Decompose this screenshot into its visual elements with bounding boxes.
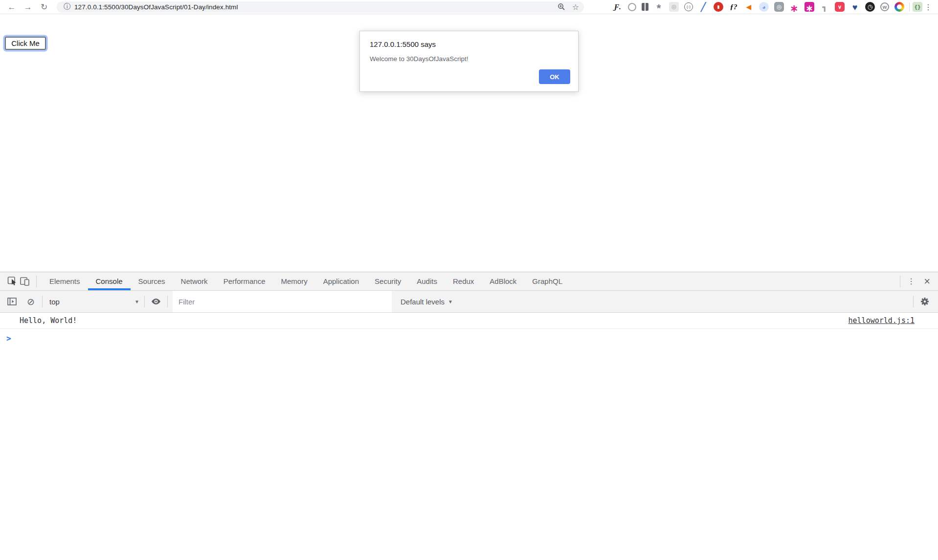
fontninja-extension-icon[interactable]: Ƒ. — [613, 2, 623, 12]
live-expression-eye-icon[interactable] — [150, 296, 162, 307]
fquestion-extension-icon[interactable]: ƒ? — [729, 2, 738, 12]
console-prompt-row[interactable]: > — [0, 329, 938, 343]
clock-extension-icon[interactable]: ◷ — [865, 2, 875, 12]
execution-context-label: top — [49, 298, 60, 306]
ring-extension-icon[interactable] — [628, 3, 636, 11]
tabbar-divider — [36, 276, 37, 287]
site-info-icon[interactable]: ⓘ — [64, 2, 70, 11]
chevron-down-icon: ▼ — [134, 299, 139, 304]
flower-extension-icon[interactable]: ∗ — [789, 2, 799, 12]
bookmark-star-icon[interactable]: ☆ — [572, 2, 579, 12]
extensions-row: Ƒ. * ⊛ (-) ╱ ▮ ƒ? ◀ ◕ ◎ ∗ ∗ ┓ ∨ ♥ ◷ w — [589, 2, 904, 12]
devtools-panel: Elements Console Sources Network Perform… — [0, 272, 938, 560]
console-log-row[interactable]: Hello, World! helloworld.js:1 — [0, 313, 938, 329]
tab-console[interactable]: Console — [88, 272, 131, 290]
color-wheel-extension-icon[interactable] — [894, 2, 904, 12]
gear-square-extension-icon[interactable]: ∗ — [804, 2, 814, 12]
address-bar[interactable]: ⓘ 127.0.0.1:5500/30DaysOfJavaScript/01-D… — [57, 1, 584, 13]
tabbar-right-divider — [900, 276, 900, 287]
pocket-extension-icon[interactable]: ∨ — [835, 2, 845, 12]
tab-audits[interactable]: Audits — [409, 272, 445, 290]
tab-adblock[interactable]: AdBlock — [482, 272, 524, 290]
camera-extension-icon[interactable]: ◎ — [774, 2, 784, 12]
log-levels-label: Default levels — [401, 298, 445, 306]
browser-toolbar: ← → ↻ ⓘ 127.0.0.1:5500/30DaysOfJavaScrip… — [0, 0, 938, 14]
chevron-down-icon: ▼ — [448, 299, 453, 304]
clear-console-icon[interactable]: ⊘ — [24, 296, 37, 307]
tab-graphql[interactable]: GraphQL — [524, 272, 570, 290]
log-levels-dropdown[interactable]: Default levels ▼ — [401, 298, 453, 306]
url-text[interactable]: 127.0.0.1:5500/30DaysOfJavaScript/01-Day… — [74, 3, 238, 11]
device-toolbar-icon[interactable] — [19, 276, 31, 287]
tab-sources[interactable]: Sources — [131, 272, 173, 290]
forward-icon[interactable]: → — [22, 3, 34, 11]
click-me-button[interactable]: Click Me — [5, 37, 46, 50]
wave-extension-icon[interactable]: w — [880, 2, 889, 11]
tab-security[interactable]: Security — [367, 272, 409, 290]
page-content: Click Me 127.0.0.1:5500 says Welcome to … — [0, 15, 938, 272]
console-log-text: Hello, World! — [20, 316, 77, 325]
alert-ok-button[interactable]: OK — [539, 69, 570, 84]
back-icon[interactable]: ← — [6, 3, 18, 11]
toolbar-divider — [909, 2, 910, 11]
atom-extension-icon[interactable]: ⊛ — [669, 2, 679, 12]
columns-extension-icon[interactable] — [642, 3, 648, 11]
execution-context-dropdown[interactable]: top ▼ — [49, 298, 139, 306]
browser-window: ← → ↻ ⓘ 127.0.0.1:5500/30DaysOfJavaScrip… — [0, 0, 938, 560]
settings-gear-icon[interactable] — [918, 296, 931, 307]
alert-dialog-title: 127.0.0.1:5500 says — [370, 40, 568, 48]
alert-dialog: 127.0.0.1:5500 says Welcome to 30DaysOfJ… — [359, 31, 579, 92]
reload-icon[interactable]: ↻ — [38, 3, 50, 11]
bug-extension-icon[interactable]: * — [654, 2, 664, 12]
json-viewer-extension-icon[interactable]: {} — [913, 2, 922, 12]
zoom-icon[interactable] — [558, 3, 565, 11]
tab-performance[interactable]: Performance — [216, 272, 273, 290]
devtools-menu-icon[interactable]: ⋮ — [907, 277, 915, 286]
devtools-close-icon[interactable]: × — [924, 275, 930, 288]
parens-extension-icon[interactable]: (-) — [684, 2, 693, 11]
console-toolbar-divider-1 — [42, 296, 43, 307]
stop-hand-extension-icon[interactable]: ▮ — [714, 2, 723, 12]
tab-elements[interactable]: Elements — [42, 272, 88, 290]
tab-network[interactable]: Network — [173, 272, 216, 290]
console-toolbar-divider-3 — [167, 296, 168, 307]
tab-redux[interactable]: Redux — [445, 272, 482, 290]
console-toolbar-divider-2 — [144, 296, 145, 307]
megaphone-extension-icon[interactable]: ◀ — [744, 2, 754, 12]
console-toolbar: ⊘ top ▼ Default levels ▼ — [0, 291, 938, 313]
inspect-element-icon[interactable] — [6, 276, 19, 287]
console-toolbar-divider-4 — [913, 296, 914, 307]
swirl-extension-icon[interactable]: ◕ — [759, 2, 769, 12]
browser-menu-icon[interactable]: ⋮ — [924, 2, 932, 12]
console-filter-input[interactable] — [173, 291, 392, 312]
eyedropper-extension-icon[interactable]: ╱ — [698, 2, 708, 12]
tab-memory[interactable]: Memory — [273, 272, 315, 290]
heart-search-extension-icon[interactable]: ♥ — [850, 2, 860, 12]
console-prompt-chevron-icon: > — [6, 334, 11, 343]
console-source-link[interactable]: helloworld.js:1 — [849, 316, 915, 325]
devtools-tabbar: Elements Console Sources Network Perform… — [0, 272, 938, 291]
tab-application[interactable]: Application — [315, 272, 367, 290]
alert-dialog-message: Welcome to 30DaysOfJavaScript! — [370, 55, 568, 63]
console-sidebar-toggle-icon[interactable] — [6, 296, 19, 307]
pipe-extension-icon[interactable]: ┓ — [820, 2, 829, 12]
